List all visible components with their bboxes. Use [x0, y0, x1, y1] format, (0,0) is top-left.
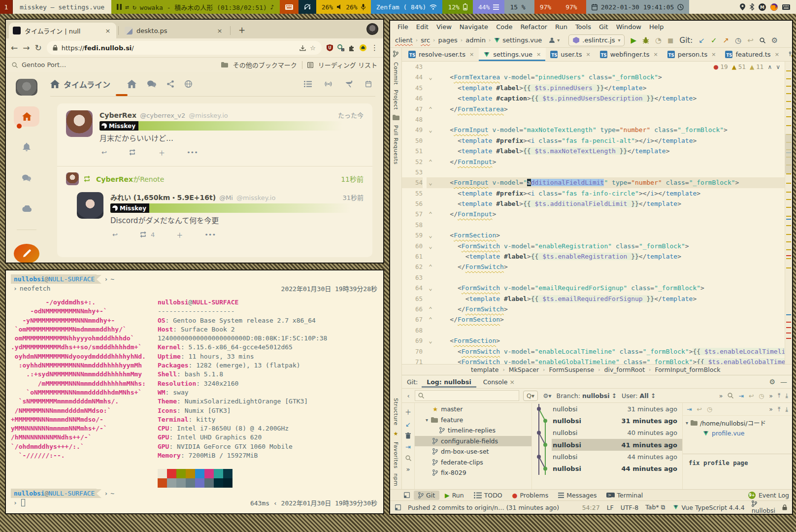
status-message[interactable]: Pushed 2 commits to origin/n… (31 minute…: [408, 504, 559, 511]
code-breadcrumb-FormInput_formBlock[interactable]: FormInput_formBlock: [655, 366, 720, 373]
code-line[interactable]: </FormInput>: [434, 157, 785, 167]
back-button[interactable]: ←: [11, 43, 18, 53]
user-dropdown-icon[interactable]: [549, 37, 555, 43]
code-line[interactable]: <template #label>{{ $ts.emailRequiredFor…: [434, 294, 785, 304]
fold-marker[interactable]: ⌃: [427, 209, 434, 219]
code-line[interactable]: </FormSwitch>: [434, 262, 785, 272]
status-block-keyboard[interactable]: [280, 0, 298, 14]
fold-marker[interactable]: ⌄: [427, 177, 434, 188]
panel-hide-icon[interactable]: —: [780, 378, 787, 386]
calendar-widget-icon[interactable]: [365, 81, 371, 87]
tool-window-messages[interactable]: Messages: [554, 491, 601, 500]
music-player-block[interactable]: ⇄ ↻ wowaka - 積み木の人形 (01:38/02:51) ♪: [111, 0, 280, 14]
code-line[interactable]: [434, 167, 785, 177]
fold-marker[interactable]: ⌃: [427, 262, 434, 272]
expand-icon[interactable]: ⤒: [778, 405, 781, 413]
code-line[interactable]: [434, 220, 785, 230]
code-line[interactable]: <FormSwitch v-model="emailRequiredForSig…: [434, 283, 785, 293]
git-update-icon[interactable]: ↙: [698, 36, 705, 45]
tool-commit[interactable]: Commit: [393, 62, 399, 85]
history-icon[interactable]: ◷: [707, 405, 712, 413]
sidebar-notifications-button[interactable]: [14, 137, 39, 157]
menu-tools[interactable]: Tools: [572, 22, 595, 32]
commit-row[interactable]: nullobsi40 minutes ago: [552, 427, 682, 439]
commit-tool-icon[interactable]: [393, 51, 398, 57]
more-chevrons-icon[interactable]: »: [406, 466, 410, 473]
run-configuration-select[interactable]: .eslintrc.js▾: [568, 34, 625, 46]
post-author[interactable]: CyberRex: [100, 111, 136, 119]
tool-npm[interactable]: npm: [393, 473, 399, 486]
git-log-search-input[interactable]: [415, 390, 519, 401]
code-line[interactable]: [434, 325, 785, 335]
editor-tab-person-ts[interactable]: TSperson.ts×: [663, 48, 721, 61]
fold-marker[interactable]: [427, 83, 434, 93]
workspace-button[interactable]: 1: [0, 0, 13, 14]
branch-federate-clips[interactable]: federate-clips: [415, 457, 531, 468]
bluetooth-icon[interactable]: [750, 3, 754, 10]
fold-marker[interactable]: ⌃: [427, 157, 434, 167]
commit-row[interactable]: nullobsi44 minutes ago: [552, 463, 682, 474]
tab-close-icon[interactable]: ×: [103, 27, 112, 34]
language-level[interactable]: Vue TypeScript 4.4.4: [682, 504, 745, 511]
fold-marker[interactable]: [427, 199, 434, 209]
avatar-small[interactable]: [66, 172, 79, 185]
indent-style[interactable]: Tab* ⧉: [645, 503, 665, 511]
menu-refactor[interactable]: Refactor: [517, 22, 551, 32]
location-pin-icon[interactable]: [740, 3, 745, 10]
menu-view[interactable]: View: [433, 22, 455, 32]
commit-list[interactable]: nullobsi31 minutes agonullobsi31 minutes…: [532, 403, 683, 489]
code-line[interactable]: </FormInput>: [434, 209, 785, 219]
address-bar[interactable]: https://fedi.nullob.si/ ☆: [47, 41, 322, 55]
editor-tab-user-ts[interactable]: TSuser.ts×: [546, 48, 595, 61]
status-block-clock[interactable]: 2022-01-30 19:41:05: [586, 0, 690, 14]
menu-window[interactable]: Window: [613, 22, 645, 32]
fold-marker[interactable]: ⌃: [427, 314, 434, 325]
event-log-label[interactable]: Event Log: [759, 492, 789, 499]
fold-marker[interactable]: ⌃: [427, 104, 434, 114]
editor-tab-webfinger-ts[interactable]: TSwebfinger.ts×: [596, 48, 663, 61]
global-timeline-tab-icon[interactable]: [185, 80, 192, 88]
breadcrumb-client[interactable]: client: [395, 36, 413, 44]
renote-icon[interactable]: [129, 149, 137, 156]
theme-extension-icon[interactable]: [360, 44, 366, 51]
ide-window[interactable]: FileEditViewNavigateCodeRefactorRunTools…: [389, 20, 793, 515]
menu-help[interactable]: Help: [646, 22, 667, 32]
more-icon[interactable]: •••: [204, 231, 216, 238]
new-tab-button[interactable]: +: [235, 24, 248, 36]
post-time[interactable]: たった今: [338, 110, 364, 120]
code-line[interactable]: </FormSection>: [434, 314, 785, 325]
reply-icon[interactable]: ↩: [101, 149, 107, 156]
firefox-icon[interactable]: [770, 3, 778, 11]
branch-fix-8029[interactable]: fix-8029: [415, 467, 531, 478]
settings-gear-icon[interactable]: ⚙: [771, 36, 778, 45]
code-line[interactable]: <FormInput v-model="maxNoteTextLength" t…: [434, 125, 785, 135]
repeat-icon[interactable]: ↻: [133, 3, 136, 11]
fold-marker[interactable]: [427, 135, 434, 146]
code-editor[interactable]: ● 19 ▲ 51 ▲ 11 ∧∨ 4344454647484950515253…: [402, 62, 792, 364]
history-clock-icon[interactable]: ◷: [735, 36, 741, 45]
browser-profile-avatar[interactable]: [366, 23, 378, 35]
branch-master[interactable]: ★master: [415, 404, 531, 415]
menu-code[interactable]: Code: [493, 22, 516, 32]
home-timeline-tab-icon[interactable]: [127, 80, 136, 88]
editor-tab-resolve-user-ts[interactable]: TSresolve-user.ts×: [404, 48, 479, 61]
fold-marker[interactable]: [427, 357, 434, 364]
browser-menu-icon[interactable]: ⋮: [371, 43, 378, 52]
fold-marker[interactable]: [427, 325, 434, 335]
status-block-cpu[interactable]: 15 %: [504, 0, 534, 14]
keyboard-dark-icon[interactable]: [782, 4, 790, 10]
tool-window-problems[interactable]: ●Problems: [508, 491, 553, 500]
reading-list[interactable]: リーディング リスト: [318, 60, 377, 69]
status-block-disk-root[interactable]: 97%: [534, 0, 560, 14]
tool-structure[interactable]: Structure: [393, 398, 399, 426]
changed-file[interactable]: profile.vue: [686, 428, 789, 438]
commit-row[interactable]: nullobsi44 minutes ago: [552, 451, 682, 463]
code-line[interactable]: <FormTextarea v-model="pinnedUsers" clas…: [434, 72, 785, 82]
code-breadcrumb-template[interactable]: template: [471, 366, 498, 373]
git-console-tab[interactable]: Console ×: [478, 376, 520, 388]
event-log-icon[interactable]: 9+: [748, 492, 756, 499]
breadcrumb-src[interactable]: src: [421, 36, 430, 44]
branch-feature[interactable]: ▾feature: [415, 415, 531, 426]
forward-button[interactable]: →: [23, 43, 30, 53]
compare-icon[interactable]: ⇥: [405, 443, 411, 451]
